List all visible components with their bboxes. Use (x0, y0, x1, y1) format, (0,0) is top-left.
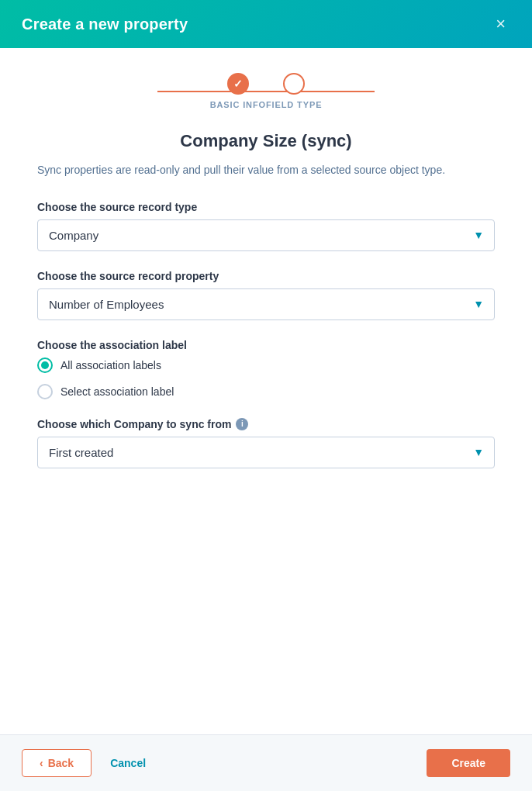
source-record-type-group: Choose the source record type Company Co… (37, 201, 495, 251)
property-title: Company Size (sync) (37, 131, 495, 151)
back-button[interactable]: ‹ Back (22, 749, 92, 777)
sync-description: Sync properties are read-only and pull t… (37, 162, 495, 179)
stepper: ✓ BASIC INFO FIELD TYPE (37, 73, 495, 109)
sync-from-label: Choose which Company to sync from i (37, 418, 495, 430)
association-label-group: Choose the association label All associa… (37, 339, 495, 399)
sync-from-wrapper: First created Last created Most recently… (37, 437, 495, 468)
radio-all-text: All association labels (60, 359, 161, 371)
modal-header: Create a new property × (0, 0, 532, 48)
radio-all-inner (41, 361, 49, 369)
source-record-property-select[interactable]: Number of Employees Annual Revenue Indus… (37, 288, 495, 320)
back-label: Back (48, 757, 74, 769)
step1-circle: ✓ (227, 73, 249, 95)
radio-select-label[interactable]: Select association label (37, 384, 495, 399)
step2-circle (283, 73, 305, 95)
association-label-heading: Choose the association label (37, 339, 495, 351)
radio-all-labels[interactable]: All association labels (37, 358, 495, 373)
source-record-property-group: Choose the source record property Number… (37, 270, 495, 320)
radio-select-input[interactable] (37, 384, 53, 399)
step2-label: FIELD TYPE (266, 100, 322, 109)
back-chevron-icon: ‹ (40, 757, 43, 769)
modal-footer: ‹ Back Cancel Create (0, 734, 532, 791)
close-button[interactable]: × (491, 14, 510, 34)
source-record-property-wrapper: Number of Employees Annual Revenue Indus… (37, 288, 495, 320)
sync-from-info-icon[interactable]: i (236, 418, 248, 430)
modal-body: ✓ BASIC INFO FIELD TYPE Company Size (sy… (0, 48, 532, 734)
sync-from-label-text: Choose which Company to sync from (37, 418, 231, 430)
source-record-type-select[interactable]: Company Contact Deal Ticket (37, 219, 495, 251)
source-record-type-label: Choose the source record type (37, 201, 495, 213)
source-record-property-label: Choose the source record property (37, 270, 495, 282)
cancel-button[interactable]: Cancel (107, 750, 149, 776)
association-radio-group: All association labels Select associatio… (37, 358, 495, 399)
create-button[interactable]: Create (427, 749, 510, 777)
step1-checkmark: ✓ (233, 78, 243, 90)
source-record-type-wrapper: Company Contact Deal Ticket ▼ (37, 219, 495, 251)
step1-label: BASIC INFO (210, 100, 266, 109)
step-field-type: FIELD TYPE (266, 73, 322, 109)
modal-title: Create a new property (22, 16, 188, 33)
sync-from-group: Choose which Company to sync from i Firs… (37, 418, 495, 468)
create-property-modal: Create a new property × ✓ BASIC INFO FIE… (0, 0, 532, 791)
sync-from-select[interactable]: First created Last created Most recently… (37, 437, 495, 468)
footer-left: ‹ Back Cancel (22, 749, 149, 777)
radio-all-input[interactable] (37, 358, 53, 373)
step-basic-info: ✓ BASIC INFO (210, 73, 266, 109)
radio-select-text: Select association label (60, 385, 174, 398)
